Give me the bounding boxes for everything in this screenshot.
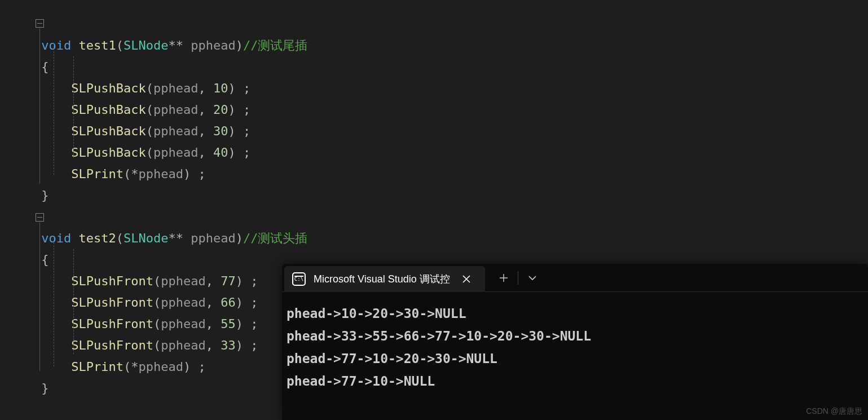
close-icon[interactable] bbox=[458, 271, 475, 288]
code-line: SLPushBack(pphead, 40) ; bbox=[34, 145, 250, 160]
code-line: SLPrint(*pphead) ; bbox=[34, 167, 206, 181]
outline-guide bbox=[39, 222, 40, 371]
console-line: phead->33->55->66->77->10->20->30->NULL bbox=[287, 325, 863, 347]
indent-guide bbox=[73, 249, 74, 354]
indent-guide bbox=[54, 237, 54, 366]
code-line: SLPushFront(pphead, 66) ; bbox=[34, 295, 258, 310]
fold-collapse-icon-1[interactable] bbox=[36, 19, 44, 28]
code-line: void test2(SLNode** pphead)//测试头插 bbox=[34, 231, 307, 245]
watermark: CSDN @唐唐思 bbox=[806, 406, 862, 417]
indent-guide bbox=[54, 43, 54, 175]
code-line: SLPushBack(pphead, 20) ; bbox=[34, 103, 250, 117]
code-line: { bbox=[34, 60, 49, 74]
code-line: } bbox=[34, 188, 49, 202]
code-line: SLPushFront(pphead, 77) ; bbox=[34, 274, 258, 288]
indent-guide bbox=[73, 56, 74, 158]
console-output[interactable]: phead->10->20->30->NULL phead->33->55->6… bbox=[282, 292, 868, 397]
console-line: phead->77->10->NULL bbox=[287, 370, 863, 392]
code-line: { bbox=[34, 253, 49, 267]
console-tab-title: Microsoft Visual Studio 调试控 bbox=[314, 272, 450, 286]
code-line: } bbox=[34, 381, 49, 395]
new-tab-button[interactable] bbox=[490, 264, 518, 291]
code-line: SLPushBack(pphead, 10) ; bbox=[34, 81, 250, 95]
debug-console-window: Microsoft Visual Studio 调试控 phead->10->2… bbox=[282, 264, 868, 420]
code-line: void test1(SLNode** pphead)//测试尾插 bbox=[34, 38, 307, 52]
tab-dropdown-button[interactable] bbox=[518, 264, 547, 291]
outline-guide bbox=[39, 28, 40, 184]
titlebar-actions bbox=[490, 264, 547, 291]
fold-collapse-icon-2[interactable] bbox=[36, 213, 44, 222]
console-titlebar: Microsoft Visual Studio 调试控 bbox=[282, 264, 868, 292]
code-line: SLPushFront(pphead, 33) ; bbox=[34, 338, 258, 352]
console-tab[interactable]: Microsoft Visual Studio 调试控 bbox=[284, 266, 485, 292]
console-line: phead->77->10->20->30->NULL bbox=[287, 347, 863, 370]
code-line: SLPushFront(pphead, 55) ; bbox=[34, 317, 258, 331]
terminal-icon bbox=[292, 272, 306, 286]
console-line: phead->10->20->30->NULL bbox=[287, 302, 863, 325]
code-line: SLPushBack(pphead, 30) ; bbox=[34, 124, 250, 138]
code-line: SLPrint(*pphead) ; bbox=[34, 360, 206, 374]
